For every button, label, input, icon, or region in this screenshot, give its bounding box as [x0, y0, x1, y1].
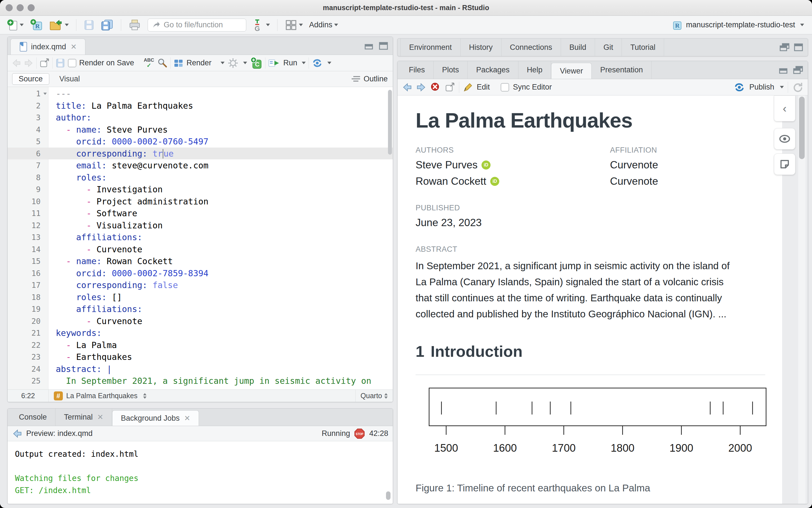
render-button[interactable]: Render — [187, 58, 212, 67]
close-tab-icon[interactable]: ✕ — [184, 414, 191, 423]
close-tab-icon[interactable]: ✕ — [97, 413, 104, 422]
publish-caret[interactable] — [780, 86, 784, 88]
viewer-tab-presentation[interactable]: Presentation — [592, 61, 652, 79]
save-icon[interactable] — [55, 58, 65, 68]
run-caret[interactable] — [302, 62, 306, 64]
save-all-button[interactable] — [99, 18, 115, 32]
code-line[interactable]: 11 - Software — [8, 207, 393, 219]
code-line[interactable]: 18 roles: [] — [8, 291, 393, 303]
console-scrollbar[interactable] — [386, 492, 391, 500]
format-selector[interactable]: Quarto — [356, 392, 393, 400]
viewer-tab-viewer[interactable]: Viewer — [551, 63, 592, 79]
code-line[interactable]: 24abstract: | — [8, 363, 393, 375]
code-line[interactable]: 19 affiliations: — [8, 303, 393, 315]
forward-icon[interactable] — [24, 58, 34, 68]
forward-icon[interactable] — [416, 83, 426, 92]
code-line[interactable]: 12 - Visualization — [8, 219, 393, 231]
edit-button[interactable]: Edit — [477, 83, 490, 91]
maximize-pane-icon[interactable] — [794, 43, 803, 51]
new-file-button[interactable] — [5, 18, 25, 32]
fold-caret-icon[interactable] — [43, 93, 47, 95]
code-line[interactable]: 20 - Curvenote — [8, 315, 393, 327]
minimize-pane-icon[interactable] — [365, 42, 375, 50]
top-tab-environment[interactable]: Environment — [400, 39, 461, 56]
console-output[interactable]: Output created: index.html Watching file… — [8, 441, 393, 504]
section-navigator[interactable]: # La Palma Earthquakes — [48, 390, 356, 402]
popout-icon[interactable] — [445, 83, 455, 92]
gear-icon[interactable] — [228, 57, 239, 69]
viewer-tab-packages[interactable]: Packages — [468, 61, 518, 79]
editor-scrollbar[interactable] — [388, 90, 392, 155]
back-icon[interactable] — [11, 58, 21, 68]
source-mode-button[interactable]: Source — [12, 73, 49, 85]
clear-viewer-icon[interactable] — [430, 82, 441, 93]
code-line[interactable]: 15 - name: Rowan Cockett — [8, 255, 393, 267]
rerun-caret[interactable] — [327, 62, 331, 64]
code-line[interactable]: 25 In September 2021, a significant jump… — [8, 375, 393, 387]
addins-button[interactable]: Addins — [308, 19, 340, 31]
top-tab-tutorial[interactable]: Tutorial — [622, 39, 664, 56]
console-tab-background-jobs[interactable]: Background Jobs✕ — [112, 410, 199, 426]
code-line[interactable]: 6 corresponding: true — [8, 147, 393, 160]
restore-panes-icon[interactable] — [793, 66, 803, 75]
maximize-pane-icon[interactable] — [379, 42, 388, 50]
render-on-save-checkbox[interactable] — [68, 59, 76, 67]
popout-icon[interactable] — [39, 58, 50, 68]
visual-mode-button[interactable]: Visual — [53, 74, 86, 84]
gear-caret[interactable] — [243, 62, 247, 64]
close-tab-icon[interactable]: ✕ — [71, 43, 77, 51]
restore-panes-icon[interactable] — [780, 43, 790, 52]
viewer-tab-plots[interactable]: Plots — [434, 61, 468, 79]
viewer-tab-files[interactable]: Files — [400, 61, 434, 79]
collapse-panel-button[interactable]: ‹ — [774, 95, 796, 121]
visibility-button[interactable] — [774, 128, 796, 150]
code-line[interactable]: 2title: La Palma Earthquakes — [8, 100, 393, 112]
rerun-icon[interactable] — [312, 58, 323, 68]
code-line[interactable]: 17 corresponding: false — [8, 279, 393, 291]
code-line[interactable]: 13 affiliations: — [8, 231, 393, 243]
console-tab-console[interactable]: Console — [10, 409, 55, 426]
code-line[interactable]: 10 - Project administration — [8, 196, 393, 208]
project-menu-button[interactable]: R manuscript-template-rstudio-test — [671, 19, 804, 31]
tab-index-qmd[interactable]: index.qmd ✕ — [10, 39, 85, 55]
code-line[interactable]: 22 - La Palma — [8, 339, 393, 351]
code-line[interactable]: 9 - Investigation — [8, 183, 393, 196]
viewer-tab-help[interactable]: Help — [518, 61, 552, 79]
top-tab-build[interactable]: Build — [561, 39, 595, 56]
orcid-icon[interactable]: iD — [490, 177, 499, 186]
render-caret[interactable] — [220, 62, 225, 64]
top-tab-git[interactable]: Git — [595, 39, 622, 56]
code-line[interactable]: the island of La Palma (Canary Islands, … — [8, 387, 393, 390]
panes-layout-button[interactable] — [283, 18, 304, 32]
spellcheck-icon[interactable]: ABC✓ — [144, 58, 154, 68]
minimize-pane-icon[interactable] — [779, 66, 789, 74]
console-tab-terminal[interactable]: Terminal✕ — [55, 409, 112, 426]
new-project-button[interactable]: R — [28, 17, 44, 33]
code-editor[interactable]: 1---2title: La Palma Earthquakes3author:… — [8, 87, 393, 389]
open-file-button[interactable] — [47, 18, 71, 32]
code-line[interactable]: 3author: — [8, 112, 393, 124]
viewer-scrollbar[interactable] — [799, 96, 805, 159]
code-line[interactable]: 16 orcid: 0000-0002-7859-8394 — [8, 267, 393, 279]
top-tab-history[interactable]: History — [461, 39, 501, 56]
document-preview[interactable]: La Palma Earthquakes AUTHORSAFFILIATIONS… — [398, 95, 782, 504]
top-tab-connections[interactable]: Connections — [501, 39, 561, 56]
find-icon[interactable] — [157, 58, 168, 69]
code-line[interactable]: 8 roles: — [8, 171, 393, 183]
sync-editor-checkbox[interactable] — [501, 83, 509, 91]
goto-file-search[interactable]: Go to file/function — [148, 18, 246, 32]
code-line[interactable]: 1--- — [8, 88, 393, 100]
back-icon[interactable] — [402, 83, 412, 92]
outline-button[interactable]: Outline — [351, 75, 388, 83]
back-icon[interactable] — [12, 429, 22, 438]
insert-chunk-icon[interactable]: C — [250, 56, 262, 70]
stop-icon[interactable]: STOP — [354, 428, 365, 439]
code-line[interactable]: 23 - Earthquakes — [8, 351, 393, 363]
print-button[interactable] — [127, 18, 143, 32]
save-button[interactable] — [82, 18, 96, 32]
version-control-button[interactable]: G — [251, 17, 272, 33]
code-line[interactable]: 5 orcid: 0000-0002-0760-5497 — [8, 135, 393, 147]
orcid-icon[interactable]: iD — [482, 161, 490, 170]
code-line[interactable]: 14 - Curvenote — [8, 243, 393, 255]
refresh-icon[interactable] — [792, 82, 803, 93]
